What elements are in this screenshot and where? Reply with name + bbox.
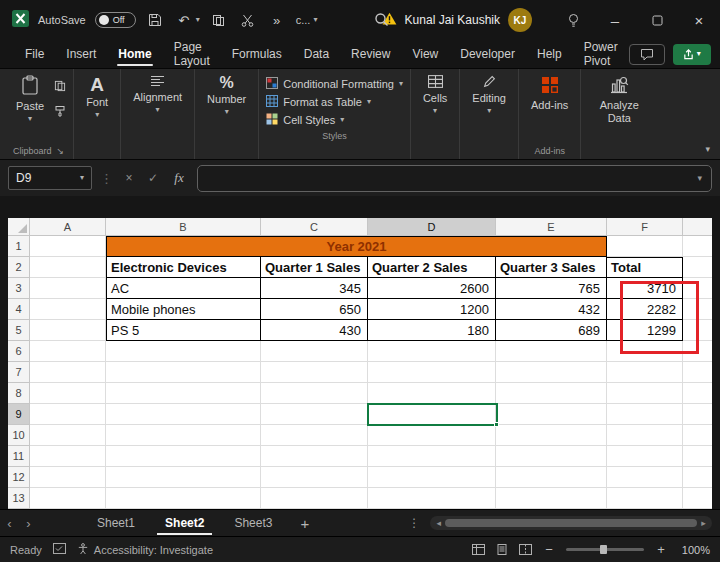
- cell-D7[interactable]: [368, 362, 496, 383]
- tab-insert[interactable]: Insert: [55, 40, 107, 68]
- lightbulb-icon[interactable]: [552, 0, 594, 40]
- cell-F7[interactable]: [607, 362, 683, 383]
- cell-F8[interactable]: [607, 383, 683, 404]
- cell-E3[interactable]: 765: [496, 278, 607, 299]
- sheet-tab-sheet2[interactable]: Sheet2: [150, 510, 219, 536]
- tab-developer[interactable]: Developer: [449, 40, 526, 68]
- select-all-button[interactable]: [8, 218, 30, 236]
- insert-function-icon[interactable]: fx: [169, 170, 189, 186]
- zoom-out-button[interactable]: −: [543, 542, 555, 557]
- cell-E6[interactable]: [496, 341, 607, 362]
- next-sheet-icon[interactable]: ›: [19, 516, 38, 531]
- format-painter-icon[interactable]: [54, 103, 66, 121]
- cells-button[interactable]: Cells ▾: [418, 72, 452, 118]
- row-header-8[interactable]: 8: [8, 383, 30, 404]
- cell-B9[interactable]: [106, 404, 261, 425]
- normal-view-icon[interactable]: [472, 544, 485, 555]
- sheet-options-icon[interactable]: ⋮: [408, 516, 420, 530]
- tab-file[interactable]: File: [14, 40, 55, 68]
- cell-C2[interactable]: Quarter 1 Sales: [261, 257, 368, 278]
- row-header-5[interactable]: 5: [8, 320, 30, 341]
- cell-E2[interactable]: Quarter 3 Sales: [496, 257, 607, 278]
- cell-E9[interactable]: [496, 404, 607, 425]
- accessibility-checker[interactable]: Accessibility: Investigate: [77, 543, 213, 557]
- column-header-C[interactable]: C: [261, 218, 368, 236]
- cell-C7[interactable]: [261, 362, 368, 383]
- cell-F9[interactable]: [607, 404, 683, 425]
- row-header-7[interactable]: 7: [8, 362, 30, 383]
- cell-D11[interactable]: [368, 446, 496, 467]
- cell-D3[interactable]: 2600: [368, 278, 496, 299]
- row-header-6[interactable]: 6: [8, 341, 30, 362]
- column-header-D[interactable]: D: [368, 218, 496, 236]
- cell-B7[interactable]: [106, 362, 261, 383]
- tab-home[interactable]: Home: [107, 40, 162, 68]
- cell-C8[interactable]: [261, 383, 368, 404]
- quick-access-dropdown[interactable]: c... ▾: [296, 14, 318, 26]
- cell-C9[interactable]: [261, 404, 368, 425]
- row-header-2[interactable]: 2: [8, 257, 30, 278]
- cell-E12[interactable]: [496, 467, 607, 488]
- zoom-in-button[interactable]: +: [655, 542, 667, 557]
- maximize-button[interactable]: [636, 0, 678, 40]
- row-header-9[interactable]: 9: [8, 404, 30, 425]
- row-header-3[interactable]: 3: [8, 278, 30, 299]
- cell-A2[interactable]: [30, 257, 106, 278]
- cell-F11[interactable]: [607, 446, 683, 467]
- cell-F1[interactable]: [607, 236, 683, 257]
- cell-A5[interactable]: [30, 320, 106, 341]
- cell-A1[interactable]: [30, 236, 106, 257]
- cell-B8[interactable]: [106, 383, 261, 404]
- tab-help[interactable]: Help: [526, 40, 573, 68]
- cell-D4[interactable]: 1200: [368, 299, 496, 320]
- cell-C12[interactable]: [261, 467, 368, 488]
- cell-C11[interactable]: [261, 446, 368, 467]
- cell-A9[interactable]: [30, 404, 106, 425]
- account-area[interactable]: Kunal Jai Kaushik KJ: [382, 8, 532, 32]
- row-header-4[interactable]: 4: [8, 299, 30, 320]
- previous-sheet-icon[interactable]: ‹: [0, 516, 19, 531]
- font-button[interactable]: A Font ▾: [81, 72, 113, 122]
- zoom-slider-thumb[interactable]: [600, 545, 607, 554]
- cell-D6[interactable]: [368, 341, 496, 362]
- conditional-formatting-button[interactable]: Conditional Formatting ▾: [266, 77, 403, 91]
- cell-B4[interactable]: Mobile phones: [106, 299, 261, 320]
- cell-A8[interactable]: [30, 383, 106, 404]
- cell-E13[interactable]: [496, 488, 607, 509]
- tab-power-pivot[interactable]: Power Pivot: [573, 40, 629, 68]
- analyze-data-button[interactable]: Analyze Data: [588, 72, 650, 128]
- cell-A3[interactable]: [30, 278, 106, 299]
- cell-D13[interactable]: [368, 488, 496, 509]
- cell-D5[interactable]: 180: [368, 320, 496, 341]
- row-header-13[interactable]: 13: [8, 488, 30, 509]
- macro-record-icon[interactable]: [53, 543, 66, 556]
- cell-A7[interactable]: [30, 362, 106, 383]
- new-sheet-button[interactable]: +: [287, 515, 322, 532]
- copy-small-icon[interactable]: [54, 78, 66, 96]
- cell-B5[interactable]: PS 5: [106, 320, 261, 341]
- row-header-11[interactable]: 11: [8, 446, 30, 467]
- cell-D10[interactable]: [368, 425, 496, 446]
- cell-A10[interactable]: [30, 425, 106, 446]
- cell-B12[interactable]: [106, 467, 261, 488]
- merged-cell-B1-E1-banner[interactable]: Year 2021: [106, 236, 607, 257]
- cell-F12[interactable]: [607, 467, 683, 488]
- cell-A12[interactable]: [30, 467, 106, 488]
- cell-C6[interactable]: [261, 341, 368, 362]
- cell-B3[interactable]: AC: [106, 278, 261, 299]
- expand-formula-bar-icon[interactable]: ▾: [697, 173, 702, 183]
- row-header-1[interactable]: 1: [8, 236, 30, 257]
- cell-D8[interactable]: [368, 383, 496, 404]
- horizontal-scrollbar[interactable]: ◂ ▸: [430, 516, 712, 530]
- autosave-toggle[interactable]: Off: [95, 12, 136, 28]
- scrollbar-thumb[interactable]: [445, 519, 697, 527]
- search-icon[interactable]: [374, 12, 389, 31]
- cell-D2[interactable]: Quarter 2 Sales: [368, 257, 496, 278]
- cell-E10[interactable]: [496, 425, 607, 446]
- cell-A6[interactable]: [30, 341, 106, 362]
- cell-F13[interactable]: [607, 488, 683, 509]
- zoom-level[interactable]: 100%: [678, 544, 710, 556]
- paste-button[interactable]: Paste ▾: [11, 72, 49, 126]
- tab-formulas[interactable]: Formulas: [221, 40, 293, 68]
- minimize-button[interactable]: –: [594, 0, 636, 40]
